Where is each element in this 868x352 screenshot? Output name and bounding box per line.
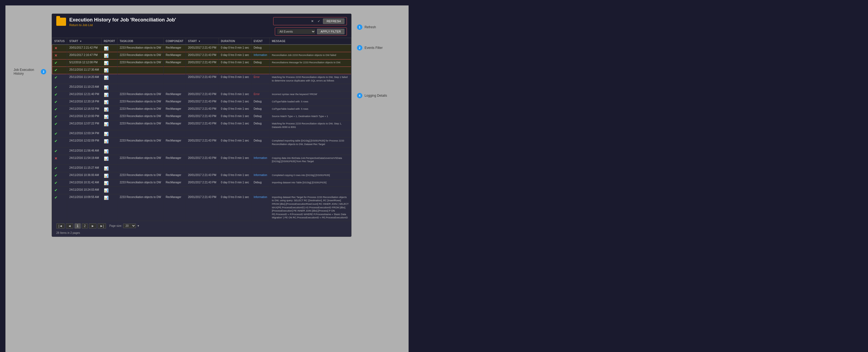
cell-report[interactable]: 📊 xyxy=(101,179,118,186)
pagination-first-button[interactable]: |◄ xyxy=(56,223,65,229)
report-icon[interactable]: 📊 xyxy=(104,85,108,90)
cell-report[interactable]: 📊 xyxy=(101,165,118,172)
cell-event: Information xyxy=(251,155,270,165)
status-icon-check: ✔ xyxy=(54,188,57,192)
status-icon-check: ✔ xyxy=(54,181,57,185)
cell-duration: 0 day 0 hrs 0 min 1 sec xyxy=(219,52,251,60)
events-filter-select[interactable]: All Events Debug Information Error Warni… xyxy=(277,29,315,34)
cell-component xyxy=(163,130,186,138)
cell-start2: 20/01/2017 2:21:43 PM xyxy=(186,91,219,99)
report-icon[interactable]: 📊 xyxy=(104,68,108,72)
report-icon[interactable]: 📊 xyxy=(104,196,108,200)
cell-status: ✔ xyxy=(52,67,67,74)
cell-report[interactable]: 📊 xyxy=(101,67,118,74)
cell-start: 24/11/2016 12:16:53 PM xyxy=(67,106,102,113)
cell-event: Error xyxy=(251,74,270,84)
cell-report[interactable]: 📊 xyxy=(101,99,118,106)
table-row: ✔ 24/11/2016 12:16:53 PM 📊 2233 Reconcil… xyxy=(52,106,351,113)
annotation-label-1: Refresh xyxy=(365,25,376,29)
cell-message: Source Match Type = 1, Destination Match… xyxy=(270,113,351,120)
cell-message xyxy=(270,165,351,172)
cell-status: ✔ xyxy=(52,138,67,147)
table-container: STATUS START ▼ REPORT TASK/JOB COMPONENT… xyxy=(52,38,351,221)
cell-duration: 0 day 0 hrs 0 min 1 sec xyxy=(219,44,251,52)
cell-message xyxy=(270,147,351,155)
report-icon[interactable]: 📊 xyxy=(104,93,108,97)
cell-duration: 0 day 0 hrs 0 min 1 sec xyxy=(219,91,251,99)
cell-task: 2233 Reconciliation objects to DW xyxy=(118,113,163,120)
page-size-label: Page size: xyxy=(109,224,122,227)
cell-duration xyxy=(219,186,251,194)
report-icon[interactable]: 📊 xyxy=(104,181,108,185)
refresh-input[interactable] xyxy=(276,20,308,23)
report-icon[interactable]: 📊 xyxy=(104,139,108,143)
cell-report[interactable]: 📊 xyxy=(101,52,118,60)
cell-report[interactable]: 📊 xyxy=(101,91,118,99)
cell-task: 2233 Reconciliation objects to DW xyxy=(118,138,163,147)
pagination-next-button[interactable]: ► xyxy=(89,223,96,229)
cell-start: 24/11/2016 12:10:00 PM xyxy=(67,113,102,120)
cell-duration: 0 day 0 hrs 0 min 1 sec xyxy=(219,138,251,147)
cell-report[interactable]: 📊 xyxy=(101,113,118,120)
cell-message xyxy=(270,130,351,138)
report-icon[interactable]: 📊 xyxy=(104,156,108,161)
cell-start: 24/11/2016 12:03:34 PM xyxy=(67,130,102,138)
cell-report[interactable]: 📊 xyxy=(101,147,118,155)
refresh-button[interactable]: REFRESH xyxy=(323,19,344,24)
cell-status: ✔ xyxy=(52,194,67,221)
report-icon[interactable]: 📊 xyxy=(104,166,108,171)
return-to-job-list-link[interactable]: Return to Job List xyxy=(69,23,176,27)
cell-report[interactable]: 📊 xyxy=(101,155,118,165)
status-icon-check: ✔ xyxy=(54,115,57,119)
cell-report[interactable]: 📊 xyxy=(101,172,118,179)
report-icon[interactable]: 📊 xyxy=(104,122,108,126)
report-icon[interactable]: 📊 xyxy=(104,54,108,58)
cell-report[interactable]: 📊 xyxy=(101,186,118,194)
cell-report[interactable]: 📊 xyxy=(101,84,118,91)
cell-message: Reconciliations Message for 2233 Reconci… xyxy=(270,60,351,67)
report-icon[interactable]: 📊 xyxy=(104,174,108,178)
report-icon[interactable]: 📊 xyxy=(104,46,108,50)
report-icon[interactable]: 📊 xyxy=(104,149,108,153)
cell-report[interactable]: 📊 xyxy=(101,44,118,52)
cell-report[interactable]: 📊 xyxy=(101,106,118,113)
table-row: ✔ 25/11/2016 11:17:30 AM 📊 xyxy=(52,67,351,74)
cell-start: 24/11/2016 10:31:42 AM xyxy=(67,179,102,186)
col-header-start2[interactable]: START ▼ xyxy=(186,38,219,44)
clear-refresh-button[interactable]: ✕ xyxy=(310,19,315,23)
col-header-report: REPORT xyxy=(101,38,118,44)
report-icon[interactable]: 📊 xyxy=(104,132,108,136)
cell-report[interactable]: 📊 xyxy=(101,74,118,84)
table-row: ✔ 25/11/2016 11:14:20 AM 📊 20/01/2017 2:… xyxy=(52,74,351,84)
page-size-select[interactable]: 20 50 100 xyxy=(123,223,136,228)
report-icon[interactable]: 📊 xyxy=(104,188,108,192)
cell-report[interactable]: 📊 xyxy=(101,120,118,130)
col-header-start[interactable]: START ▼ xyxy=(67,38,102,44)
cell-report[interactable]: 📊 xyxy=(101,130,118,138)
header-title-group: Execution History for Job 'Reconciliatio… xyxy=(69,17,176,27)
report-icon[interactable]: 📊 xyxy=(104,75,108,80)
cell-report[interactable]: 📊 xyxy=(101,138,118,147)
pagination-prev-button[interactable]: ◄ xyxy=(66,223,73,229)
report-icon[interactable]: 📊 xyxy=(104,107,108,112)
cell-task: 2233 Reconciliation objects to DW xyxy=(118,106,163,113)
report-icon[interactable]: 📊 xyxy=(104,115,108,119)
report-icon[interactable]: 📊 xyxy=(104,61,108,65)
cell-report[interactable]: 📊 xyxy=(101,60,118,67)
cell-duration: 0 day 0 hrs 0 min 1 sec xyxy=(219,155,251,165)
cell-task xyxy=(118,67,163,74)
cell-status: ✕ xyxy=(52,44,67,52)
cell-task: 2233 Reconciliation objects to DW xyxy=(118,120,163,130)
annotation-label-4: Logging Details xyxy=(365,94,387,98)
table-row: ✔ 24/11/2016 10:31:42 AM 📊 2233 Reconcil… xyxy=(52,179,351,186)
apply-filter-button[interactable]: APPLY FILTER xyxy=(317,29,344,34)
report-icon[interactable]: 📊 xyxy=(104,100,108,104)
cell-start: 24/11/2016 10:24:03 AM xyxy=(67,186,102,194)
cell-report[interactable]: 📊 xyxy=(101,194,118,221)
pagination-last-button[interactable]: ►| xyxy=(98,223,106,229)
cell-duration: 0 day 0 hrs 0 min 1 sec xyxy=(219,113,251,120)
cell-status: ✔ xyxy=(52,172,67,179)
pagination-page-1-button[interactable]: 1 xyxy=(74,223,81,229)
pagination-page-2-button[interactable]: 2 xyxy=(82,223,88,229)
confirm-refresh-button[interactable]: ✓ xyxy=(316,19,321,23)
